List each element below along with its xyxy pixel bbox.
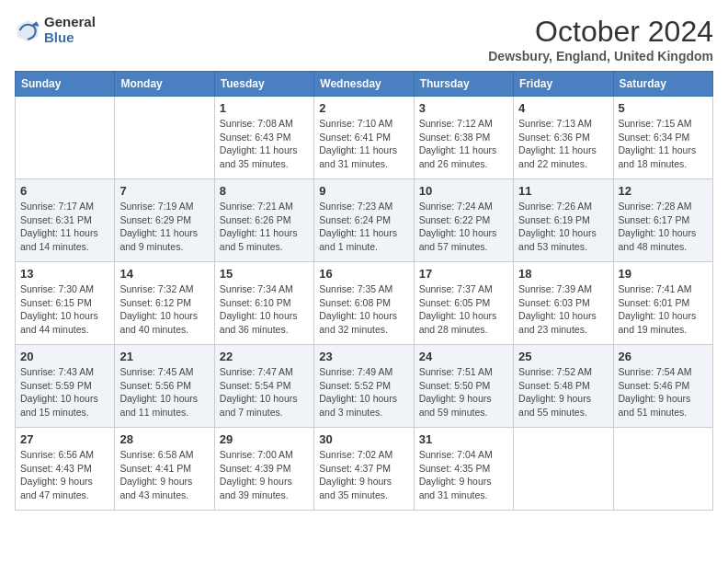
day-info: Sunrise: 7:02 AM Sunset: 4:37 PM Dayligh… <box>319 448 408 502</box>
day-number: 12 <box>619 184 708 198</box>
logo-general: General <box>44 15 96 30</box>
day-info: Sunrise: 6:58 AM Sunset: 4:41 PM Dayligh… <box>119 448 209 502</box>
calendar-cell: 21Sunrise: 7:45 AM Sunset: 5:56 PM Dayli… <box>115 345 214 428</box>
day-number: 17 <box>419 267 508 281</box>
calendar-cell <box>613 428 712 511</box>
day-of-week-header: Wednesday <box>314 72 414 97</box>
calendar-cell: 14Sunrise: 7:32 AM Sunset: 6:12 PM Dayli… <box>115 262 214 345</box>
day-info: Sunrise: 7:34 AM Sunset: 6:10 PM Dayligh… <box>220 282 309 337</box>
day-number: 15 <box>220 267 309 281</box>
day-info: Sunrise: 7:15 AM Sunset: 6:34 PM Dayligh… <box>619 117 708 171</box>
day-number: 23 <box>319 350 408 363</box>
day-info: Sunrise: 7:52 AM Sunset: 5:48 PM Dayligh… <box>518 365 608 419</box>
location: Dewsbury, England, United Kingdom <box>488 49 713 63</box>
day-info: Sunrise: 7:47 AM Sunset: 5:54 PM Dayligh… <box>220 365 309 419</box>
calendar-cell: 11Sunrise: 7:26 AM Sunset: 6:19 PM Dayli… <box>514 179 613 262</box>
day-number: 16 <box>319 267 408 281</box>
day-number: 27 <box>20 432 109 446</box>
calendar-cell <box>514 428 613 511</box>
calendar-cell: 6Sunrise: 7:17 AM Sunset: 6:31 PM Daylig… <box>16 179 115 262</box>
day-number: 7 <box>119 184 209 198</box>
calendar-cell: 27Sunrise: 6:56 AM Sunset: 4:43 PM Dayli… <box>16 428 115 511</box>
day-info: Sunrise: 7:10 AM Sunset: 6:41 PM Dayligh… <box>319 117 408 171</box>
day-info: Sunrise: 7:23 AM Sunset: 6:24 PM Dayligh… <box>319 200 408 254</box>
day-info: Sunrise: 7:12 AM Sunset: 6:38 PM Dayligh… <box>419 117 508 171</box>
calendar-cell: 8Sunrise: 7:21 AM Sunset: 6:26 PM Daylig… <box>214 179 313 262</box>
calendar-cell: 9Sunrise: 7:23 AM Sunset: 6:24 PM Daylig… <box>314 179 414 262</box>
day-number: 30 <box>319 432 408 446</box>
logo: General Blue <box>15 15 96 45</box>
day-info: Sunrise: 7:17 AM Sunset: 6:31 PM Dayligh… <box>20 200 109 254</box>
day-number: 5 <box>619 101 708 115</box>
calendar-cell: 29Sunrise: 7:00 AM Sunset: 4:39 PM Dayli… <box>214 428 313 511</box>
day-number: 28 <box>119 432 209 446</box>
day-info: Sunrise: 7:08 AM Sunset: 6:43 PM Dayligh… <box>220 117 309 171</box>
calendar-cell: 4Sunrise: 7:13 AM Sunset: 6:36 PM Daylig… <box>514 97 613 179</box>
day-number: 18 <box>518 267 608 281</box>
day-number: 14 <box>119 267 209 281</box>
calendar-week-row: 6Sunrise: 7:17 AM Sunset: 6:31 PM Daylig… <box>16 179 713 262</box>
day-of-week-header: Sunday <box>16 72 115 97</box>
calendar-cell: 17Sunrise: 7:37 AM Sunset: 6:05 PM Dayli… <box>414 262 513 345</box>
day-number: 26 <box>619 350 708 363</box>
calendar-cell: 16Sunrise: 7:35 AM Sunset: 6:08 PM Dayli… <box>314 262 414 345</box>
day-of-week-header: Friday <box>514 72 613 97</box>
calendar-cell <box>115 97 214 179</box>
logo-blue: Blue <box>44 30 96 46</box>
calendar-cell <box>16 97 115 179</box>
calendar-cell: 12Sunrise: 7:28 AM Sunset: 6:17 PM Dayli… <box>613 179 712 262</box>
calendar-cell: 18Sunrise: 7:39 AM Sunset: 6:03 PM Dayli… <box>514 262 613 345</box>
day-number: 8 <box>220 184 309 198</box>
calendar-cell: 15Sunrise: 7:34 AM Sunset: 6:10 PM Dayli… <box>214 262 313 345</box>
calendar-cell: 10Sunrise: 7:24 AM Sunset: 6:22 PM Dayli… <box>414 179 513 262</box>
day-info: Sunrise: 7:49 AM Sunset: 5:52 PM Dayligh… <box>319 365 408 419</box>
day-info: Sunrise: 7:37 AM Sunset: 6:05 PM Dayligh… <box>419 282 508 337</box>
day-info: Sunrise: 7:54 AM Sunset: 5:46 PM Dayligh… <box>619 365 708 419</box>
calendar-cell: 19Sunrise: 7:41 AM Sunset: 6:01 PM Dayli… <box>613 262 712 345</box>
day-number: 21 <box>119 350 209 363</box>
day-number: 29 <box>220 432 309 446</box>
day-of-week-header: Saturday <box>613 72 712 97</box>
calendar-cell: 31Sunrise: 7:04 AM Sunset: 4:35 PM Dayli… <box>414 428 513 511</box>
day-info: Sunrise: 7:21 AM Sunset: 6:26 PM Dayligh… <box>220 200 309 254</box>
calendar-cell: 2Sunrise: 7:10 AM Sunset: 6:41 PM Daylig… <box>314 97 414 179</box>
calendar-cell: 5Sunrise: 7:15 AM Sunset: 6:34 PM Daylig… <box>613 97 712 179</box>
calendar-week-row: 27Sunrise: 6:56 AM Sunset: 4:43 PM Dayli… <box>16 428 713 511</box>
day-info: Sunrise: 7:00 AM Sunset: 4:39 PM Dayligh… <box>220 448 309 502</box>
day-info: Sunrise: 6:56 AM Sunset: 4:43 PM Dayligh… <box>20 448 109 502</box>
day-info: Sunrise: 7:43 AM Sunset: 5:59 PM Dayligh… <box>20 365 109 419</box>
day-number: 1 <box>220 101 309 115</box>
calendar-week-row: 20Sunrise: 7:43 AM Sunset: 5:59 PM Dayli… <box>16 345 713 428</box>
day-number: 9 <box>319 184 408 198</box>
day-info: Sunrise: 7:41 AM Sunset: 6:01 PM Dayligh… <box>619 282 708 337</box>
day-of-week-header: Thursday <box>414 72 513 97</box>
day-number: 24 <box>419 350 508 363</box>
day-number: 20 <box>20 350 109 363</box>
day-info: Sunrise: 7:13 AM Sunset: 6:36 PM Dayligh… <box>518 117 608 171</box>
title-block: October 2024 Dewsbury, England, United K… <box>488 15 713 63</box>
day-number: 10 <box>419 184 508 198</box>
day-info: Sunrise: 7:24 AM Sunset: 6:22 PM Dayligh… <box>419 200 508 254</box>
day-info: Sunrise: 7:28 AM Sunset: 6:17 PM Dayligh… <box>619 200 708 254</box>
day-of-week-header: Tuesday <box>214 72 313 97</box>
day-info: Sunrise: 7:19 AM Sunset: 6:29 PM Dayligh… <box>119 200 209 254</box>
calendar-header-row: SundayMondayTuesdayWednesdayThursdayFrid… <box>16 72 713 97</box>
calendar-cell: 22Sunrise: 7:47 AM Sunset: 5:54 PM Dayli… <box>214 345 313 428</box>
calendar-cell: 20Sunrise: 7:43 AM Sunset: 5:59 PM Dayli… <box>16 345 115 428</box>
day-number: 4 <box>518 101 608 115</box>
calendar-cell: 13Sunrise: 7:30 AM Sunset: 6:15 PM Dayli… <box>16 262 115 345</box>
day-info: Sunrise: 7:26 AM Sunset: 6:19 PM Dayligh… <box>518 200 608 254</box>
calendar-week-row: 13Sunrise: 7:30 AM Sunset: 6:15 PM Dayli… <box>16 262 713 345</box>
day-number: 11 <box>518 184 608 198</box>
calendar-cell: 23Sunrise: 7:49 AM Sunset: 5:52 PM Dayli… <box>314 345 414 428</box>
calendar-cell: 3Sunrise: 7:12 AM Sunset: 6:38 PM Daylig… <box>414 97 513 179</box>
calendar-week-row: 1Sunrise: 7:08 AM Sunset: 6:43 PM Daylig… <box>16 97 713 179</box>
day-of-week-header: Monday <box>115 72 214 97</box>
day-number: 31 <box>419 432 508 446</box>
calendar-cell: 24Sunrise: 7:51 AM Sunset: 5:50 PM Dayli… <box>414 345 513 428</box>
day-info: Sunrise: 7:32 AM Sunset: 6:12 PM Dayligh… <box>119 282 209 337</box>
calendar-cell: 28Sunrise: 6:58 AM Sunset: 4:41 PM Dayli… <box>115 428 214 511</box>
day-info: Sunrise: 7:30 AM Sunset: 6:15 PM Dayligh… <box>20 282 109 337</box>
logo-text: General Blue <box>44 15 96 45</box>
calendar-table: SundayMondayTuesdayWednesdayThursdayFrid… <box>15 71 713 511</box>
